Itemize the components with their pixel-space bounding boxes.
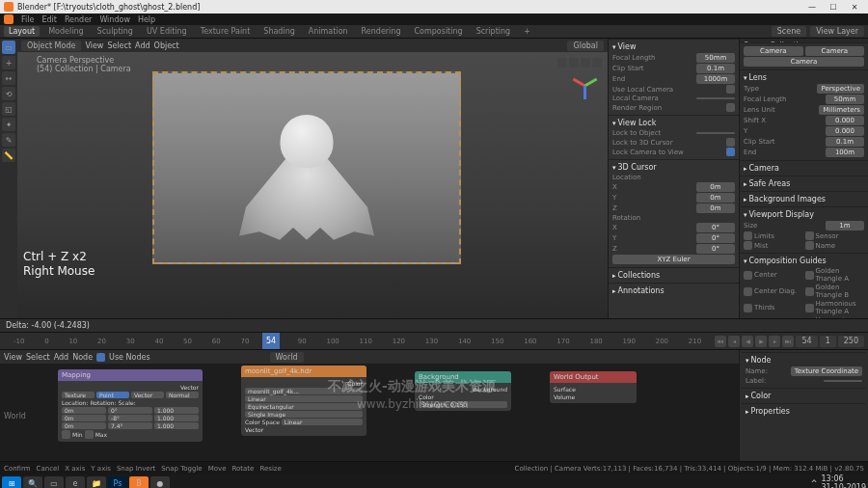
tool-select-icon[interactable]: ▭ — [2, 41, 15, 54]
mapping-node[interactable]: Mapping Vector TexturePointVectorNormal … — [58, 369, 203, 442]
lens-end[interactable]: 100m — [826, 148, 864, 157]
obs-icon[interactable]: ● — [150, 476, 170, 488]
axis-gizmo[interactable] — [569, 71, 598, 100]
tab-scripting[interactable]: Scripting — [472, 26, 516, 37]
jump-end-button[interactable]: ⏭ — [782, 336, 794, 347]
shading-rendered-icon[interactable] — [592, 58, 602, 68]
breadcrumb-b[interactable]: Camera — [805, 46, 865, 56]
menu-edit[interactable]: Edit — [41, 15, 57, 24]
shading-solid-icon[interactable] — [569, 58, 579, 68]
env-single[interactable]: Single Image — [245, 411, 363, 418]
edge-icon[interactable]: e — [66, 476, 85, 488]
cursor-x[interactable]: 0m — [696, 182, 735, 192]
vp-menu-add[interactable]: Add — [135, 41, 150, 50]
clipstart-value[interactable]: 0.1m — [696, 64, 735, 73]
tab-add[interactable]: + — [519, 26, 535, 37]
lockobj-value[interactable] — [696, 132, 735, 134]
annotations-header[interactable]: Annotations — [612, 285, 735, 296]
tab-texpaint[interactable]: Texture Paint — [196, 26, 256, 37]
cursor-mode[interactable]: XYZ Euler — [612, 255, 735, 264]
renderregion-checkbox[interactable] — [726, 103, 735, 112]
menu-window[interactable]: Window — [99, 15, 130, 24]
vp-menu-view[interactable]: View — [85, 41, 103, 50]
tool-move-icon[interactable]: ↔ — [2, 71, 15, 85]
collections-header[interactable]: Collections — [612, 270, 735, 281]
camera-data-selector[interactable]: Camera — [744, 57, 864, 67]
photoshop-icon[interactable]: Ps — [108, 476, 127, 488]
lens-clipstart[interactable]: 0.1m — [826, 137, 864, 147]
explorer-icon[interactable]: 📁 — [87, 476, 106, 488]
frame-start[interactable]: 1 — [820, 336, 836, 347]
tab-uv[interactable]: UV Editing — [142, 26, 192, 37]
map-y[interactable]: 0m — [62, 415, 106, 421]
limits-check[interactable] — [744, 231, 752, 240]
tool-measure-icon[interactable]: 📏 — [2, 149, 15, 162]
menu-render[interactable]: Render — [65, 15, 92, 24]
maximize-button[interactable]: ☐ — [824, 1, 843, 13]
menu-help[interactable]: Help — [138, 15, 155, 24]
tab-layout[interactable]: Layout — [4, 26, 40, 37]
timeline[interactable]: -100102030405060708090100110120130140150… — [0, 332, 868, 349]
vp-menu-object[interactable]: Object — [154, 41, 179, 50]
map-z[interactable]: 0m — [62, 422, 106, 429]
env-cs[interactable]: Linear — [282, 419, 363, 425]
map-rx[interactable]: 0° — [108, 407, 152, 414]
node-menu-node[interactable]: Node — [72, 353, 93, 362]
vp-menu-select[interactable]: Select — [107, 41, 131, 50]
cursor-rz[interactable]: 0° — [696, 244, 735, 254]
lens-focal[interactable]: 50mm — [826, 95, 864, 104]
map-x[interactable]: 0m — [62, 407, 106, 414]
map-rz[interactable]: 7.4° — [108, 422, 152, 429]
prev-key-button[interactable]: ◂ — [728, 336, 740, 347]
world-output-node[interactable]: World Output Surface Volume — [550, 371, 637, 403]
mist-check[interactable] — [744, 241, 752, 250]
node-color-header[interactable]: Color — [746, 391, 862, 401]
uselocal-checkbox[interactable] — [726, 85, 735, 94]
3d-viewport[interactable]: Object Mode View Select Add Object Globa… — [17, 39, 608, 318]
world-selector[interactable]: World — [270, 352, 304, 363]
tab-rendering[interactable]: Rendering — [357, 26, 406, 37]
node-label-field[interactable] — [824, 380, 862, 382]
localcam-value[interactable] — [696, 97, 735, 99]
system-tray[interactable]: ^ 13:0631-10-2019 — [811, 474, 866, 488]
shading-lookdev-icon[interactable] — [581, 58, 590, 68]
tab-shading[interactable]: Shading — [258, 26, 300, 37]
playhead[interactable]: 54 — [262, 333, 280, 349]
scene-selector[interactable]: Scene — [772, 26, 806, 37]
env-proj[interactable]: Equirectangular — [245, 403, 363, 410]
vpd-size[interactable]: 1m — [826, 221, 864, 230]
lens-unit[interactable]: Millimeters — [819, 105, 864, 115]
camera-header[interactable]: Camera — [744, 163, 864, 174]
node-menu-select[interactable]: Select — [26, 353, 50, 362]
map-sy[interactable]: 1.000 — [154, 415, 199, 421]
lens-header[interactable]: Lens — [744, 72, 864, 83]
node-side-header[interactable]: Node — [746, 355, 862, 366]
env-image[interactable]: moonlit_golf_4k... — [245, 388, 363, 394]
shading-wireframe-icon[interactable] — [557, 58, 567, 68]
vpd-header[interactable]: Viewport Display — [744, 209, 864, 220]
map-sz[interactable]: 1.000 — [154, 422, 199, 429]
tab-modeling[interactable]: Modeling — [43, 26, 88, 37]
env-texture-node[interactable]: moonlit_golf_4k.hdr Color moonlit_golf_4… — [241, 366, 366, 436]
node-editor[interactable]: View Select Add Node Use Nodes World Wor… — [0, 349, 868, 461]
node-menu-view[interactable]: View — [4, 353, 22, 362]
compguides-header[interactable]: Composition Guides — [744, 256, 864, 266]
taskview-icon[interactable]: ▭ — [44, 476, 64, 488]
viewlayer-selector[interactable]: View Layer — [810, 26, 864, 37]
node-props-header[interactable]: Properties — [746, 406, 862, 417]
play-reverse-button[interactable]: ◀ — [742, 336, 753, 347]
tool-scale-icon[interactable]: ◱ — [2, 102, 15, 116]
blender-task-icon[interactable]: B — [129, 476, 149, 488]
safe-header[interactable]: Safe Areas — [744, 178, 864, 189]
sensor-check[interactable] — [805, 231, 814, 240]
name-check[interactable] — [805, 241, 814, 250]
viewlock-header[interactable]: View Lock — [612, 118, 735, 128]
frame-end[interactable]: 250 — [838, 336, 864, 347]
jump-start-button[interactable]: ⏮ — [715, 336, 726, 347]
bg-strength[interactable]: Strength: 0.150 — [419, 401, 507, 408]
cursor-y[interactable]: 0m — [696, 193, 735, 203]
lockcam-checkbox[interactable] — [726, 148, 735, 156]
cursor-ry[interactable]: 0° — [696, 233, 735, 243]
close-button[interactable]: ✕ — [845, 1, 864, 13]
clock[interactable]: 13:0631-10-2019 — [822, 474, 867, 488]
